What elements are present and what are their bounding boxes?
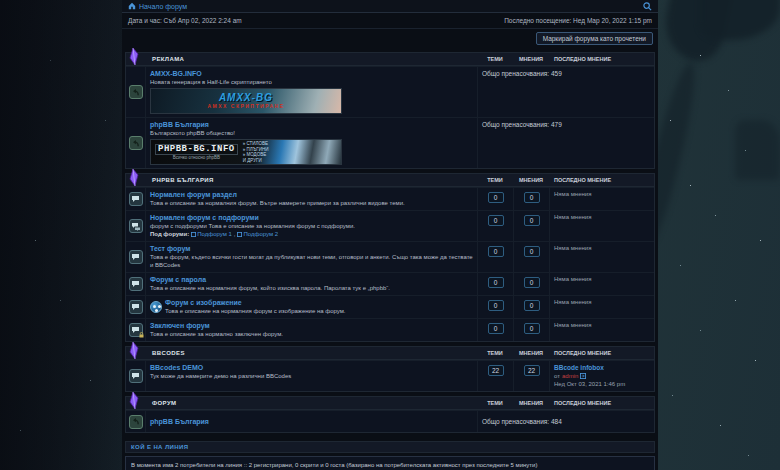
subforum-link-label: Подфорум 1 bbox=[197, 230, 232, 238]
forum-row: Тест форум Това е форум, където всички г… bbox=[126, 241, 654, 272]
subforum-link[interactable]: Подфорум 2 bbox=[237, 230, 278, 238]
col-lastpost: ПОСЛЕДНО МНЕНИЕ bbox=[554, 350, 611, 356]
banner-item: И ДРУГИ bbox=[243, 158, 269, 164]
forum-icon bbox=[129, 277, 143, 291]
forum-image-icon bbox=[150, 301, 162, 313]
topics-cell: 22 bbox=[477, 361, 513, 391]
section-header: BBCODES ТЕМИ МНЕНИЯ ПОСЛЕДНО МНЕНИЕ bbox=[126, 347, 654, 360]
forum-link[interactable]: Нормален форум с подфоруми bbox=[150, 213, 473, 222]
forum-info-cell: phpBB България Българското phpBB обществ… bbox=[146, 118, 477, 168]
banner-text: AMXX-BG bbox=[219, 93, 273, 103]
mark-forums-read-button[interactable]: Маркирай форума като прочетени bbox=[536, 32, 653, 45]
col-topics: ТЕМИ bbox=[477, 177, 513, 183]
home-link-label: Начало форум bbox=[139, 3, 187, 10]
forum-link[interactable]: phpBB България bbox=[150, 417, 209, 426]
forum-link[interactable]: Тест форум bbox=[150, 244, 473, 253]
posts-count: 0 bbox=[524, 246, 540, 257]
crystal-icon bbox=[127, 169, 140, 187]
redirect-arrow-icon bbox=[129, 136, 143, 150]
column-headers: ТЕМИ МНЕНИЯ ПОСЛЕДНО МНЕНИЕ bbox=[126, 397, 654, 410]
topics-count: 0 bbox=[488, 323, 504, 334]
forum-link[interactable]: Заключен форум bbox=[150, 321, 473, 330]
top-navbar: Начало форум bbox=[122, 0, 658, 13]
redirect-count-cell: Общо пренасочвания: 484 bbox=[477, 411, 654, 432]
goto-last-post-icon[interactable] bbox=[580, 373, 586, 379]
locked-forum-icon bbox=[129, 323, 143, 337]
section-ads-header: РЕКЛАМА ТЕМИ МНЕНИЯ ПОСЛЕДНО МНЕНИЕ bbox=[126, 53, 654, 66]
forum-link[interactable]: Форум с изображение bbox=[165, 298, 345, 307]
background-tree-silhouette bbox=[700, 0, 780, 40]
crystal-icon bbox=[127, 342, 140, 360]
lastpost-cell: Няма мнения bbox=[549, 296, 654, 318]
forum-link[interactable]: BBcodes DEMO bbox=[150, 363, 473, 372]
posts-count: 22 bbox=[524, 365, 540, 376]
forum-row-amxx: AMXX-BG.INFO Новата генерация в Half-Lif… bbox=[126, 66, 654, 117]
forum-description: Това е описание на нормалния форум с изо… bbox=[165, 307, 345, 315]
lastpost-author-link[interactable]: admin bbox=[562, 372, 578, 380]
posts-cell: 22 bbox=[513, 361, 549, 391]
row-icon-cell bbox=[126, 67, 146, 117]
topics-cell: 0 bbox=[477, 242, 513, 272]
lastpost-cell: Няма мнения bbox=[549, 188, 654, 210]
subforum-link[interactable]: Подфорум 1 bbox=[191, 230, 232, 238]
col-posts: МНЕНИЯ bbox=[513, 56, 549, 62]
topics-cell: 0 bbox=[477, 296, 513, 318]
session-info-bar: Дата и час: Съб Апр 02, 2022 2:24 am Пос… bbox=[122, 13, 658, 29]
forum-description: Това е описание за нормално заключен фор… bbox=[150, 330, 473, 338]
subforums-label: Под форуми: bbox=[150, 230, 189, 238]
whos-online-link[interactable]: КОЙ Е НА ЛИНИЯ bbox=[131, 444, 188, 450]
column-headers: ТЕМИ МНЕНИЯ ПОСЛЕДНО МНЕНИЕ bbox=[126, 174, 654, 187]
amxx-banner-image[interactable]: AMXX-BG АМХХ СКРИПТИРАНЕ bbox=[150, 88, 342, 114]
posts-count: 0 bbox=[524, 300, 540, 311]
section-forum: ФОРУМ ТЕМИ МНЕНИЯ ПОСЛЕДНО МНЕНИЕ phpBB … bbox=[125, 396, 655, 433]
forum-content-column: Начало форум Дата и час: Съб Апр 02, 202… bbox=[122, 0, 658, 470]
topics-count: 0 bbox=[488, 215, 504, 226]
current-datetime: Дата и час: Съб Апр 02, 2022 2:24 am bbox=[128, 17, 242, 24]
breadcrumb-home-link[interactable]: Начало форум bbox=[128, 2, 187, 10]
col-topics: ТЕМИ bbox=[477, 400, 513, 406]
forum-row-phpbb-bg: phpBB България Българското phpBB обществ… bbox=[126, 117, 654, 168]
topics-count: 0 bbox=[488, 246, 504, 257]
forum-description: Тук може да намерите демо на различни BB… bbox=[150, 372, 473, 380]
topics-count: 22 bbox=[488, 365, 504, 376]
forum-info-cell: Нормален форум раздел Това е описание за… bbox=[146, 188, 477, 210]
forum-description: Българското phpBB общество! bbox=[150, 129, 473, 137]
row-icon-cell bbox=[126, 411, 146, 432]
forum-info-cell: AMXX-BG.INFO Новата генерация в Half-Lif… bbox=[146, 67, 477, 117]
section-header: ФОРУМ ТЕМИ МНЕНИЯ ПОСЛЕДНО МНЕНИЕ bbox=[126, 397, 654, 410]
row-icon-cell bbox=[126, 211, 146, 241]
forum-row: Нормален форум с подфоруми форум с подфо… bbox=[126, 210, 654, 241]
forum-row: Форум с парола Това е описание на нормал… bbox=[126, 272, 654, 295]
section-ads: РЕКЛАМА ТЕМИ МНЕНИЯ ПОСЛЕДНО МНЕНИЕ AMXX… bbox=[125, 52, 655, 169]
banner-subtitle: Всичко относно phpBB bbox=[155, 155, 238, 160]
topics-count: 0 bbox=[488, 277, 504, 288]
col-topics: ТЕМИ bbox=[477, 56, 513, 62]
forum-description: форум с подфоруми Това е описание за нор… bbox=[150, 222, 473, 230]
forum-icon bbox=[129, 369, 143, 383]
forum-link[interactable]: phpBB България bbox=[150, 120, 473, 129]
forum-info-cell: Тест форум Това е форум, където всички г… bbox=[146, 242, 477, 272]
phpbb-bg-banner-image[interactable]: PHPBB-BG.INFO Всичко относно phpBB » СТИ… bbox=[150, 139, 342, 165]
forum-link[interactable]: AMXX-BG.INFO bbox=[150, 69, 473, 78]
column-headers: ТЕМИ МНЕНИЯ ПОСЛЕДНО МНЕНИЕ bbox=[126, 347, 654, 360]
redirect-count-cell: Общо пренасочвания: 479 bbox=[477, 118, 654, 168]
forum-page: Начало форум Дата и час: Съб Апр 02, 202… bbox=[0, 0, 780, 470]
posts-count: 0 bbox=[524, 277, 540, 288]
search-icon[interactable] bbox=[643, 2, 652, 11]
lastpost-cell: Няма мнения bbox=[549, 319, 654, 341]
subforum-icon bbox=[191, 232, 196, 237]
forum-icon bbox=[129, 250, 143, 264]
col-lastpost: ПОСЛЕДНО МНЕНИЕ bbox=[554, 177, 611, 183]
banner-items: » СТИЛОВЕ » ПЛЪГИНИ » МОДОВЕ И ДРУГИ bbox=[243, 141, 269, 163]
col-posts: МНЕНИЯ bbox=[513, 177, 549, 183]
forum-link[interactable]: Нормален форум раздел bbox=[150, 190, 473, 199]
forum-icon bbox=[129, 300, 143, 314]
whos-online-header: КОЙ Е НА ЛИНИЯ bbox=[125, 441, 655, 453]
col-posts: МНЕНИЯ bbox=[513, 400, 549, 406]
lastpost-topic-link[interactable]: BBcode infobox bbox=[554, 364, 650, 372]
posts-cell: 0 bbox=[513, 296, 549, 318]
last-visit: Последно посещение: Нед Мар 20, 2022 1:1… bbox=[504, 17, 652, 24]
col-lastpost: ПОСЛЕДНО МНЕНИЕ bbox=[554, 56, 611, 62]
forum-link[interactable]: Форум с парола bbox=[150, 275, 473, 284]
posts-count: 0 bbox=[524, 192, 540, 203]
